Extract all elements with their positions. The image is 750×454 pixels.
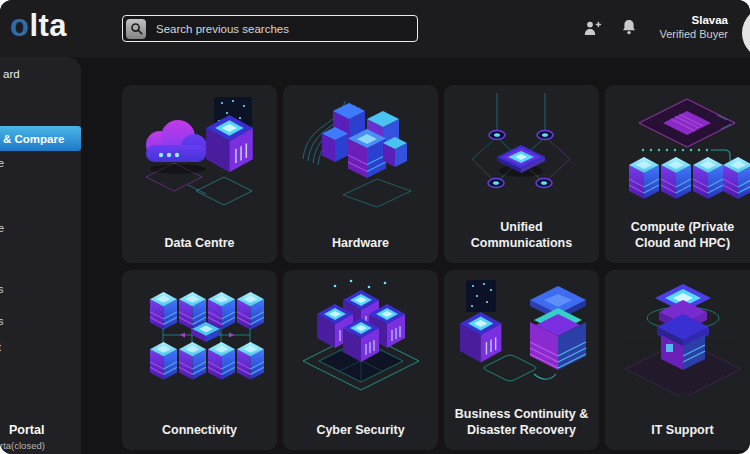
category-card-hardware[interactable]: Hardware [283,85,438,263]
category-card-data-centre[interactable]: Data Centre [122,85,277,263]
data-centre-icon [130,93,270,211]
user-menu[interactable]: Slavaa Verified Buyer [660,14,728,40]
category-card-it-support[interactable]: IT Support [605,270,750,450]
category-label: Connectivity [152,422,247,450]
app-logo: olta [10,8,67,44]
notifications-button[interactable] [621,19,637,40]
unified-communications-icon [452,93,592,211]
sidebar-item-truncated-1[interactable]: e [0,157,4,169]
logo-rest: lta [29,8,67,43]
bell-icon [621,19,637,37]
sidebar: ard & Compare e e s s t Portal rta(close… [0,57,81,454]
avatar[interactable] [742,7,750,59]
category-label: Compute (Private Cloud and HPC) [605,219,750,264]
hardware-icon [291,93,431,211]
category-label: Hardware [322,235,399,263]
sidebar-item-truncated-5[interactable]: t [0,341,1,353]
category-card-unified-communications[interactable]: Unified Communications [444,85,599,263]
category-label: Cyber Security [306,422,414,450]
user-name: Slavaa [660,14,728,26]
connectivity-icon [130,278,270,396]
category-card-cyber-security[interactable]: Cyber Security [283,270,438,450]
add-user-icon [583,20,602,37]
category-label: Business Continuity & Disaster Recovery [444,406,599,451]
logo-accent-letter: o [10,8,29,43]
sidebar-item-truncated-4[interactable]: s [0,315,4,327]
search-input[interactable] [146,22,417,36]
category-grid: Data Centre [122,85,750,450]
business-continuity-icon [452,278,592,396]
add-user-button[interactable] [583,20,602,40]
category-card-business-continuity[interactable]: Business Continuity & Disaster Recovery [444,270,599,450]
screen: olta Slavaa Ver [0,0,750,454]
topbar: olta Slavaa Ver [0,0,750,57]
cyber-security-icon [291,278,431,396]
user-status: Verified Buyer [660,28,728,40]
sidebar-item-dashboard[interactable]: ard [3,68,20,80]
sidebar-item-search-compare[interactable]: & Compare [0,126,81,151]
category-card-compute[interactable]: Compute (Private Cloud and HPC) [605,85,750,263]
search-bar [122,15,418,42]
category-label: Data Centre [154,235,244,263]
it-support-icon [613,278,750,396]
category-label: IT Support [641,422,724,450]
compute-icon [613,93,750,211]
search-button[interactable] [126,19,146,39]
sidebar-item-truncated-2[interactable]: e [0,222,4,234]
sidebar-item-portal-closed[interactable]: rta(closed) [0,440,45,451]
category-label: Unified Communications [444,219,599,264]
search-icon [129,21,144,36]
category-card-connectivity[interactable]: Connectivity [122,270,277,450]
sidebar-item-truncated-3[interactable]: s [0,283,4,295]
sidebar-item-portal[interactable]: Portal [9,423,44,437]
